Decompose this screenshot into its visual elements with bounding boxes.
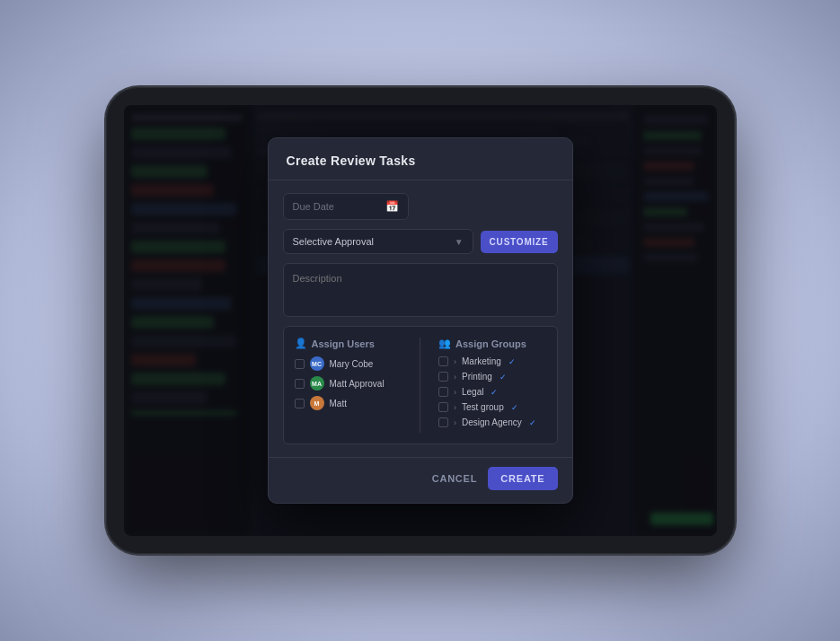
expand-icon-2: › — [454, 373, 456, 382]
customize-button[interactable]: CUSTOMIZE — [481, 231, 558, 253]
group-item-4: › Test group ✓ — [438, 402, 546, 412]
check-mark-4: ✓ — [511, 403, 518, 412]
assign-groups-col: 👥 Assign Groups › Marketing ✓ — [438, 338, 546, 433]
group-checkbox-1[interactable] — [438, 356, 448, 366]
modal-header: Create Review Tasks — [269, 138, 572, 180]
expand-icon-5: › — [454, 418, 456, 427]
due-date-field[interactable]: Due Date 📅 — [283, 193, 409, 220]
check-mark-1: ✓ — [508, 357, 516, 366]
expand-icon-4: › — [454, 403, 456, 412]
expand-icon-3: › — [454, 388, 456, 397]
user-avatar-1: MC — [310, 356, 324, 371]
approval-label: Selective Approval — [293, 236, 447, 247]
user-item-2: MA Matt Approval — [295, 376, 402, 391]
user-checkbox-3[interactable] — [295, 399, 305, 408]
assign-divider — [420, 338, 420, 433]
check-mark-2: ✓ — [500, 373, 507, 382]
group-checkbox-2[interactable] — [438, 372, 448, 382]
user-name-2: Matt Approval — [330, 379, 385, 389]
group-icon: 👥 — [438, 338, 451, 349]
user-item-1: MC Mary Cobe — [295, 356, 402, 371]
approval-row: Selective Approval ▼ CUSTOMIZE — [283, 229, 558, 254]
group-checkbox-4[interactable] — [438, 402, 448, 412]
modal-footer: CANCEL CREATE — [269, 457, 572, 503]
group-name-2: Printing — [462, 372, 492, 382]
description-field[interactable] — [283, 263, 558, 317]
modal-title: Create Review Tasks — [287, 154, 416, 168]
group-name-1: Marketing — [462, 356, 501, 366]
chevron-down-icon: ▼ — [455, 237, 464, 247]
group-item-2: › Printing ✓ — [438, 372, 546, 382]
group-checkbox-3[interactable] — [438, 387, 448, 397]
assign-groups-title: 👥 Assign Groups — [438, 338, 546, 349]
user-name-1: Mary Cobe — [330, 359, 374, 369]
group-name-4: Test group — [462, 402, 504, 412]
user-item-3: M Matt — [295, 396, 402, 410]
user-checkbox-1[interactable] — [295, 359, 305, 369]
expand-icon-1: › — [454, 357, 456, 366]
group-item-1: › Marketing ✓ — [438, 356, 546, 366]
user-name-3: Matt — [330, 399, 347, 408]
group-item-5: › Design Agency ✓ — [438, 417, 546, 427]
check-mark-5: ✓ — [529, 418, 536, 427]
modal-dialog: Create Review Tasks Due Date 📅 Selective… — [268, 137, 573, 504]
assign-users-col: 👤 Assign Users MC Mary Cobe MA — [295, 338, 402, 433]
group-name-3: Legal — [462, 387, 483, 397]
ipad-screen: Create Review Tasks Due Date 📅 Selective… — [124, 105, 717, 536]
user-icon: 👤 — [295, 338, 307, 349]
modal-body: Due Date 📅 Selective Approval ▼ CUSTOMIZ… — [269, 180, 572, 457]
modal-overlay: Create Review Tasks Due Date 📅 Selective… — [124, 105, 717, 536]
check-mark-3: ✓ — [491, 388, 498, 397]
group-item-3: › Legal ✓ — [438, 387, 546, 397]
group-checkbox-5[interactable] — [438, 417, 448, 427]
calendar-icon: 📅 — [385, 200, 399, 213]
approval-select[interactable]: Selective Approval ▼ — [283, 229, 473, 254]
user-avatar-3: M — [310, 396, 324, 410]
group-name-5: Design Agency — [462, 417, 522, 427]
ipad-frame: Create Review Tasks Due Date 📅 Selective… — [106, 87, 735, 554]
assign-section: 👤 Assign Users MC Mary Cobe MA — [283, 326, 558, 444]
user-checkbox-2[interactable] — [295, 379, 305, 389]
create-button[interactable]: CREATE — [488, 467, 557, 490]
due-date-label: Due Date — [293, 201, 378, 212]
user-avatar-2: MA — [310, 376, 324, 391]
assign-users-title: 👤 Assign Users — [295, 338, 402, 349]
cancel-button[interactable]: CANCEL — [432, 473, 478, 484]
